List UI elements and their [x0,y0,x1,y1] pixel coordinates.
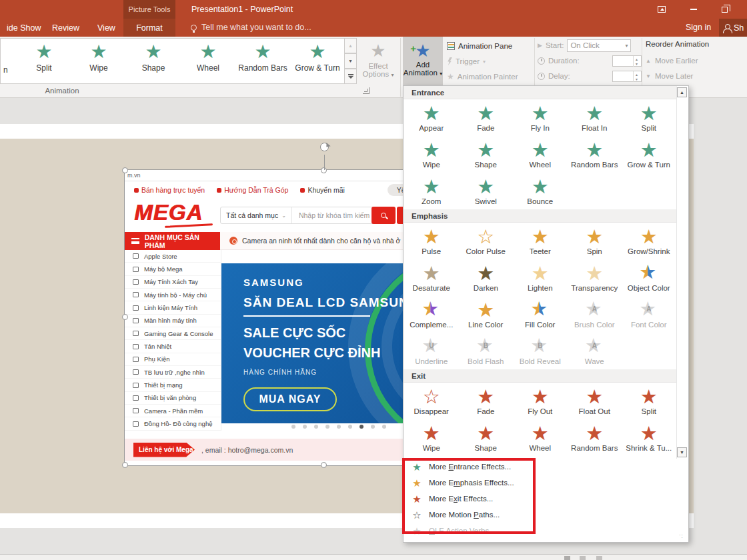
exit-effect-wheel[interactable]: ★Wheel [513,419,568,456]
emphasis-effect-spin[interactable]: ★Spin [568,223,622,259]
emphasis-effect-pulse[interactable]: ★Pulse [404,223,459,259]
reading-view-icon[interactable] [596,556,602,560]
exit-effect-shrink-tu[interactable]: ★Shrink & Tu... [622,419,676,456]
phone-icon [134,188,139,193]
gamepad-icon [133,331,139,336]
entrance-effect-appear[interactable]: ★Appear [404,99,459,136]
menu-resize-grip[interactable]: ∙∙ ∙ [679,534,684,539]
gallery-effect-grow-turn[interactable]: ★Grow & Turn [290,41,345,82]
duration-row: Duration: [538,55,642,66]
entrance-effect-split[interactable]: ★Split [622,99,676,136]
entrance-effect-fly-in[interactable]: ★Fly In [513,99,568,136]
entrance-effect-shape[interactable]: ★Shape [459,136,514,173]
menu-section-header-emphasis: Emphasis [404,209,677,223]
restore-button[interactable] [718,4,731,15]
slide-sorter-view-icon[interactable] [580,556,586,560]
trigger-label: Trigger [456,57,480,65]
star-icon: ★ [477,423,494,444]
exit-effect-fly-out[interactable]: ★Fly Out [513,383,568,419]
exit-effect-shape[interactable]: ★Shape [459,419,514,456]
menu-scroll-down-button[interactable]: ▼ [677,447,687,457]
tab-ide-show[interactable]: ide Show [0,19,47,37]
add-animation-icon: ★+ [415,41,430,61]
selection-handle-top-left[interactable] [122,167,128,173]
carousel-dot [359,425,363,429]
rotation-handle[interactable] [320,143,329,151]
dialog-launcher-icon[interactable] [363,87,369,94]
exit-effect-disappear[interactable]: ☆Disappear [404,383,459,419]
share-button[interactable]: Sh [719,19,747,37]
normal-view-icon[interactable] [564,556,570,560]
emphasis-effect-line-color[interactable]: ★Line Color [459,296,514,333]
star-icon: ★★ [420,299,442,321]
emphasis-effect-color-pulse[interactable]: ☆Color Pulse [459,223,514,259]
emphasis-effect-darken[interactable]: ★Darken [459,259,514,296]
exit-effect-float-out[interactable]: ★Float Out [568,383,622,419]
title-bar: Picture Tools Presentation1 - PowerPoint [0,0,747,19]
menu-section-header-entrance: Entrance [404,86,677,99]
nav-link: Bán hàng trực tuyến [134,186,205,194]
gallery-expand-button[interactable] [344,69,357,84]
monitor-icon [133,318,139,323]
gallery-effect-shape[interactable]: ★Shape [126,41,181,82]
star-icon: ★ [181,41,235,63]
menu-grid-entrance: ★Appear★Fade★Fly In★Float In★Split★Wipe★… [404,99,677,209]
carousel-dot [371,425,375,429]
window-title: Presentation1 - PowerPoint [191,5,293,14]
gallery-scrollbar: ▲ ▼ [344,38,357,84]
duration-spinner [612,55,642,67]
entrance-effect-wipe[interactable]: ★Wipe [404,136,459,173]
footer-ribbon: Liên hệ với Mega [133,443,195,457]
minimize-button[interactable] [687,4,700,15]
gallery-scroll-down-button[interactable]: ▼ [344,53,357,69]
tab-review[interactable]: Review [45,19,86,37]
tab-view[interactable]: View [91,19,122,37]
ribbon-display-options-button[interactable] [655,4,668,15]
banner-line3: VOUCHER CỰC ĐỈNH [243,345,381,361]
entrance-effect-bounce[interactable]: ★Bounce [513,173,568,209]
animation-pane-button[interactable]: Animation Pane [447,41,512,51]
emphasis-effect-compleme[interactable]: ★★Compleme... [404,296,459,333]
gallery-effect-split[interactable]: ★Split [17,41,71,82]
entrance-effect-fade[interactable]: ★Fade [459,99,514,136]
reorder-group: Reorder Animation ▲Move Earlier ▼Move La… [646,40,709,81]
entrance-effect-random-bars[interactable]: ★Random Bars [568,136,622,173]
exit-effect-fade[interactable]: ★Fade [459,383,514,419]
emphasis-effect-fill-color[interactable]: ★★Fill Color [513,296,568,333]
star-icon: ★ [423,227,440,247]
star-icon: ★ [532,387,549,407]
exit-effect-wipe[interactable]: ★Wipe [404,419,459,456]
emphasis-effect-object-color[interactable]: ★★Object Color [622,259,676,296]
entrance-effect-float-in[interactable]: ★Float In [568,99,622,136]
selection-handle-bottom-middle[interactable] [321,462,327,468]
emphasis-effect-grow-shrink[interactable]: ★Grow/Shrink [622,223,676,259]
sign-in-link[interactable]: Sign in [686,23,711,32]
sidebar-item: Tản Nhiệt [125,340,221,353]
star-icon: ★B [529,335,551,357]
rotation-connector [324,155,325,170]
gallery-effect-random-bars[interactable]: ★Random Bars [235,41,290,82]
exit-effect-random-bars[interactable]: ★Random Bars [568,419,622,456]
tell-me-box[interactable]: Tell me what you want to do... [191,23,311,32]
menu-scrollbar[interactable] [676,87,688,459]
menu-grid-emphasis: ★Pulse☆Color Pulse★Teeter★Spin★Grow/Shri… [404,223,677,369]
entrance-effect-wheel[interactable]: ★Wheel [513,136,568,173]
selection-handle-bottom-left[interactable] [122,462,128,468]
gallery-effect-wipe[interactable]: ★Wipe [71,41,126,82]
menu-scroll-up-button[interactable]: ▲ [677,87,687,97]
gallery-effect-wheel[interactable]: ★Wheel [181,41,235,82]
star-icon: ★ [477,300,494,321]
banner-cta-button: MUA NGAY [243,387,337,411]
emphasis-effect-teeter[interactable]: ★Teeter [513,223,568,259]
emphasis-effect-desaturate[interactable]: ★Desaturate [404,259,459,296]
tab-format[interactable]: Format [123,19,175,37]
emphasis-effect-lighten[interactable]: ★Lighten [513,259,568,296]
selection-handle-middle-left[interactable] [122,314,128,320]
star-icon: ★ [423,263,440,284]
exit-effect-split[interactable]: ★Split [622,383,676,419]
search-placeholder: Nhập từ khóa tìm kiếm [292,211,369,219]
entrance-effect-swivel[interactable]: ★Swivel [459,173,514,209]
emphasis-effect-transparency[interactable]: ★Transparency [568,259,622,296]
entrance-effect-zoom[interactable]: ★Zoom [404,173,459,209]
entrance-effect-grow-turn[interactable]: ★Grow & Turn [622,136,676,173]
